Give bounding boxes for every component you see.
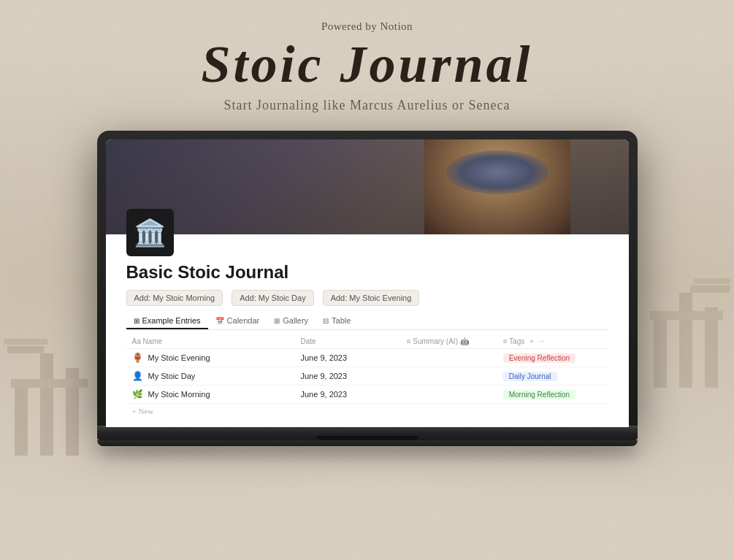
add-evening-button[interactable]: Add: My Stoic Evening (323, 290, 420, 306)
tag-badge-morning: Morning Reflection (503, 390, 576, 399)
powered-by-label: Powered by Notion (321, 20, 413, 33)
row-name-morning: 🌿 My Stoic Morning (126, 386, 295, 404)
row-summary-morning (401, 386, 497, 404)
tab-gallery[interactable]: ⊞ Gallery (267, 313, 316, 329)
tab-calendar-label: Calendar (227, 316, 260, 325)
laptop-screen-frame: 🏛️ Basic Stoic Journal Add: My Stoic Mor… (97, 131, 638, 427)
tag-badge-daily: Daily Journal (503, 372, 557, 381)
col-header-date: Date (295, 334, 401, 349)
more-options-icon[interactable]: ··· (539, 337, 545, 345)
page-icon-area: 🏛️ (106, 234, 629, 256)
row-name-day: 👤 My Stoic Day (126, 367, 295, 386)
laptop-base (97, 427, 638, 440)
laptop-stand (97, 440, 638, 446)
page-content: Powered by Notion Stoic Journal Start Jo… (0, 0, 734, 446)
table-grid-icon: ⊟ (323, 317, 329, 325)
row-tag-day: Daily Journal (497, 367, 608, 386)
notion-page-title: Basic Stoic Journal (126, 262, 608, 283)
row-date-evening: June 9, 2023 (295, 349, 401, 367)
tag-badge-evening: Evening Reflection (503, 353, 576, 363)
tab-example-entries[interactable]: ⊞ Example Entries (126, 313, 208, 329)
cover-portrait (424, 139, 570, 234)
entries-table: Aa Name Date ≡ Summary (AI) 🤖 (126, 334, 608, 404)
table-row[interactable]: 🌿 My Stoic Morning June 9, 2023 Morning … (126, 386, 608, 404)
tab-calendar[interactable]: 📅 Calendar (208, 313, 267, 329)
tab-gallery-label: Gallery (283, 316, 308, 325)
col-header-summary: ≡ Summary (AI) 🤖 (401, 334, 497, 349)
evening-icon: 🏺 (132, 353, 143, 363)
action-button-row: Add: My Stoic Morning Add: My Stoic Day … (126, 290, 608, 306)
add-col-icon[interactable]: + (530, 337, 534, 345)
subtitle: Start Journaling like Marcus Aurelius or… (224, 98, 511, 113)
table-icon: ⊞ (134, 317, 139, 325)
new-row-button[interactable]: + New (126, 404, 608, 418)
table-row[interactable]: 🏺 My Stoic Evening June 9, 2023 Evening … (126, 349, 608, 367)
calendar-icon: 📅 (215, 317, 224, 325)
page-icon: 🏛️ (126, 209, 174, 256)
table-header-row: Aa Name Date ≡ Summary (AI) 🤖 (126, 334, 608, 349)
table-row[interactable]: 👤 My Stoic Day June 9, 2023 Daily Journa… (126, 367, 608, 386)
col-header-name: Aa Name (126, 334, 295, 349)
tab-example-label: Example Entries (142, 316, 201, 325)
row-summary-evening (401, 349, 497, 367)
add-morning-button[interactable]: Add: My Stoic Morning (126, 290, 223, 306)
day-icon: 👤 (132, 371, 143, 381)
tab-table-label: Table (332, 316, 351, 325)
main-title: Stoic Journal (201, 36, 532, 93)
add-day-button[interactable]: Add: My Stoic Day (232, 290, 313, 306)
col-header-tags: ≡ Tags + ··· (497, 334, 608, 349)
view-tabs: ⊞ Example Entries 📅 Calendar ⊞ Gallery (126, 313, 608, 330)
row-date-day: June 9, 2023 (295, 367, 401, 386)
row-date-morning: June 9, 2023 (295, 386, 401, 404)
row-summary-day (401, 367, 497, 386)
morning-icon: 🌿 (132, 389, 143, 399)
notion-cover-image (106, 139, 629, 234)
gallery-icon: ⊞ (274, 317, 280, 325)
screen-content: 🏛️ Basic Stoic Journal Add: My Stoic Mor… (106, 139, 629, 427)
row-tag-morning: Morning Reflection (497, 386, 608, 404)
row-tag-evening: Evening Reflection (497, 349, 608, 367)
laptop-screen-bezel: 🏛️ Basic Stoic Journal Add: My Stoic Mor… (106, 139, 629, 427)
row-name-evening: 🏺 My Stoic Evening (126, 349, 295, 367)
notion-page-content: Basic Stoic Journal Add: My Stoic Mornin… (106, 256, 629, 427)
tab-table[interactable]: ⊟ Table (316, 313, 358, 329)
laptop-mockup: 🏛️ Basic Stoic Journal Add: My Stoic Mor… (97, 131, 638, 446)
